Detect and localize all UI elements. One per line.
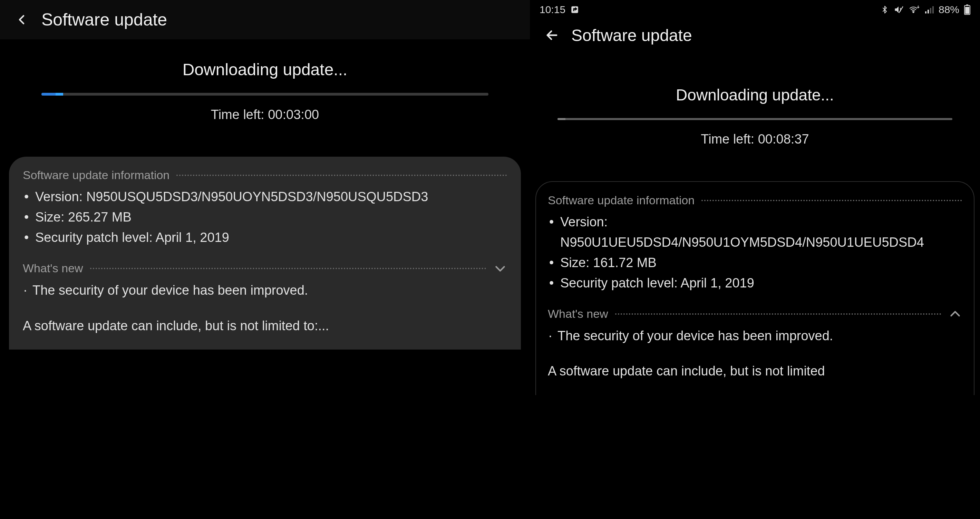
time-left-label: Time left:	[701, 132, 758, 146]
info-header: Software update information	[548, 194, 962, 207]
divider-dots	[615, 313, 941, 315]
info-list: • VersionN950U1UEU5DSD4/N950U1OYM5DSD4/N…	[548, 212, 962, 293]
size-value: 265.27 MB	[68, 210, 132, 224]
whatsnew-body: · The security of your device has been i…	[548, 326, 962, 382]
info-row-version: • VersionN950USQU5DSD3/N950UOYN5DSD3/N95…	[23, 187, 507, 207]
whatsnew-extra: A software update can include, but is no…	[548, 361, 962, 381]
back-button[interactable]	[13, 10, 32, 29]
whatsnew-header-label: What's new	[548, 307, 608, 321]
patch-value: April 1, 2019	[156, 230, 229, 244]
whatsnew-line: The security of your device has been imp…	[557, 326, 833, 346]
info-row-size: • Size161.72 MB	[548, 252, 962, 273]
info-list: • VersionN950USQU5DSD3/N950UOYN5DSD3/N95…	[23, 187, 507, 248]
info-card: Software update information • VersionN95…	[535, 181, 974, 395]
time-left: Time left: 00:03:00	[21, 107, 509, 122]
svg-rect-5	[928, 10, 929, 13]
chevron-left-icon	[16, 11, 28, 28]
patch-label: Security patch level	[35, 230, 156, 244]
time-left-value: 00:03:00	[268, 107, 319, 122]
info-row-patch: • Security patch levelApril 1, 2019	[23, 227, 507, 248]
info-header-label: Software update information	[23, 168, 170, 182]
download-title: Downloading update...	[21, 60, 509, 79]
status-time: 10:15	[539, 4, 565, 16]
progress-head	[56, 93, 63, 95]
info-row-version: • VersionN950U1UEU5DSD4/N950U1OYM5DSD4/N…	[548, 212, 962, 252]
arrow-left-icon	[545, 28, 559, 42]
whatsnew-header-row[interactable]: What's new	[23, 262, 507, 275]
info-row-patch: • Security patch levelApril 1, 2019	[548, 273, 962, 293]
svg-rect-6	[930, 8, 931, 13]
wifi-icon	[908, 6, 920, 14]
battery-pct: 88%	[939, 4, 959, 16]
mute-icon	[894, 5, 904, 14]
version-value: N950USQU5DSD3/N950UOYN5DSD3/N950USQU5DSD…	[86, 189, 428, 204]
time-left-value: 00:08:37	[758, 132, 809, 146]
download-title: Downloading update...	[550, 86, 959, 104]
appbar: Software update	[530, 19, 980, 54]
info-header-label: Software update information	[548, 194, 695, 207]
phone-right: 10:15 88%	[530, 0, 980, 519]
whatsnew-header-label: What's new	[23, 262, 83, 275]
bluetooth-icon	[881, 5, 889, 14]
whatsnew-line: The security of your device has been imp…	[32, 280, 308, 301]
time-left-label: Time left:	[211, 107, 268, 122]
version-value: N950U1UEU5DSD4/N950U1OYM5DSD4/N950U1UEU5…	[560, 235, 924, 249]
call-forward-icon	[570, 5, 579, 14]
patch-label: Security patch level	[560, 276, 681, 290]
back-button[interactable]	[542, 25, 562, 45]
svg-rect-4	[925, 11, 926, 13]
svg-rect-10	[965, 7, 969, 14]
battery-icon	[964, 5, 970, 15]
whatsnew-header-row[interactable]: What's new	[548, 307, 962, 321]
appbar-title: Software update	[571, 26, 692, 45]
divider-dots	[702, 200, 962, 201]
appbar: Software update	[0, 0, 530, 39]
download-section: Downloading update... Time left: 00:03:0…	[0, 39, 530, 136]
info-row-size: • Size265.27 MB	[23, 207, 507, 227]
time-left: Time left: 00:08:37	[550, 132, 959, 147]
patch-value: April 1, 2019	[681, 276, 754, 290]
download-section: Downloading update... Time left: 00:08:3…	[530, 54, 980, 160]
chevron-up-icon	[948, 307, 962, 321]
divider-dots	[90, 268, 486, 269]
phone-left: Software update Downloading update... Ti…	[0, 0, 530, 519]
status-bar: 10:15 88%	[530, 0, 980, 19]
whatsnew-body: · The security of your device has been i…	[23, 280, 507, 336]
version-label: Version	[560, 215, 608, 229]
progress-bar	[557, 118, 952, 120]
info-card: Software update information • VersionN95…	[9, 157, 521, 349]
chevron-down-icon	[493, 262, 507, 275]
signal-icon	[925, 6, 934, 13]
svg-rect-7	[932, 6, 934, 13]
info-header: Software update information	[23, 168, 507, 182]
size-value: 161.72 MB	[593, 256, 657, 270]
version-label: Version	[35, 189, 86, 204]
whatsnew-extra: A software update can include, but is no…	[23, 316, 507, 336]
size-label: Size	[35, 210, 68, 224]
appbar-title: Software update	[41, 10, 167, 30]
svg-point-3	[913, 11, 914, 13]
divider-dots	[177, 175, 507, 176]
size-label: Size	[560, 256, 593, 270]
progress-fill	[557, 118, 565, 120]
progress-bar	[41, 93, 488, 95]
